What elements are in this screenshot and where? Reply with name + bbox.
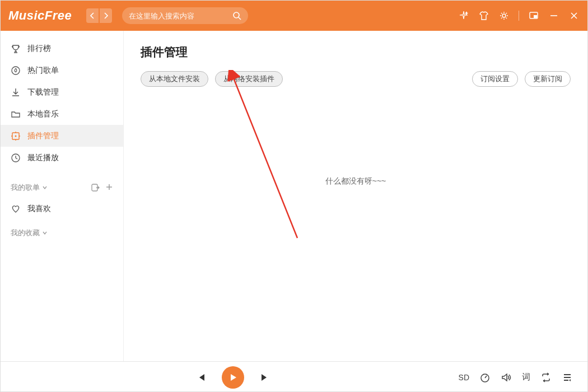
- gear-icon[interactable]: [498, 10, 510, 21]
- svg-line-1: [239, 17, 241, 20]
- folder-icon: [11, 109, 21, 119]
- sidebar-item-label: 本地音乐: [27, 109, 59, 119]
- sparkle-icon[interactable]: [458, 10, 469, 21]
- sidebar-section-mylist[interactable]: 我的歌单: [1, 178, 123, 198]
- nav-back-button[interactable]: [86, 8, 99, 23]
- play-button[interactable]: [222, 366, 244, 389]
- section-label: 我的收藏: [11, 228, 40, 238]
- trophy-icon: [11, 44, 21, 54]
- loop-icon[interactable]: [540, 372, 552, 383]
- sidebar: 排行榜 热门歌单 下载管理 本地音乐 插件管理 最近播放 我的歌单: [1, 31, 124, 361]
- sidebar-item-recent[interactable]: 最近播放: [1, 147, 123, 169]
- install-network-button[interactable]: 从网络安装插件: [215, 71, 283, 87]
- volume-icon[interactable]: [501, 372, 512, 383]
- player-bar: SD 词: [1, 361, 587, 392]
- sidebar-item-like[interactable]: 我喜欢: [1, 198, 123, 220]
- svg-point-8: [12, 67, 20, 74]
- chevron-left-icon: [90, 12, 95, 19]
- sidebar-item-label: 最近播放: [27, 153, 59, 163]
- tshirt-icon[interactable]: [478, 10, 489, 21]
- sidebar-item-plugins[interactable]: 插件管理: [1, 125, 123, 147]
- minimize-icon[interactable]: [548, 10, 559, 21]
- app-logo: MusicFree: [8, 8, 72, 23]
- playlist-icon[interactable]: [562, 372, 573, 383]
- action-row: 从本地文件安装 从网络安装插件 订阅设置 更新订阅: [141, 71, 571, 87]
- prev-track-button[interactable]: [195, 371, 207, 384]
- clock-icon: [11, 153, 21, 163]
- sidebar-item-hot[interactable]: 热门歌单: [1, 59, 123, 81]
- chevron-down-icon: [42, 185, 48, 190]
- empty-state-text: 什么都没有呀~~~: [141, 176, 571, 186]
- page-title: 插件管理: [141, 44, 571, 60]
- main-content: 插件管理 从本地文件安装 从网络安装插件 订阅设置 更新订阅 什么都没有呀~~~: [124, 31, 587, 361]
- svg-point-10: [15, 135, 17, 137]
- fire-icon: [11, 66, 21, 76]
- plus-icon[interactable]: [105, 183, 113, 192]
- chevron-right-icon: [103, 12, 109, 19]
- search-input[interactable]: [129, 12, 232, 20]
- download-icon: [11, 87, 21, 97]
- install-local-button[interactable]: 从本地文件安装: [141, 71, 208, 87]
- next-track-button[interactable]: [259, 371, 271, 384]
- search-icon[interactable]: [232, 11, 241, 20]
- title-bar: MusicFree: [1, 1, 587, 31]
- svg-point-0: [234, 12, 239, 18]
- update-subscription-button[interactable]: 更新订阅: [525, 71, 571, 87]
- nav-forward-button[interactable]: [100, 8, 112, 23]
- subscription-settings-button[interactable]: 订阅设置: [472, 71, 518, 87]
- section-label: 我的歌单: [11, 183, 40, 193]
- chevron-down-icon: [42, 230, 48, 236]
- mini-mode-icon[interactable]: [528, 10, 539, 21]
- import-icon[interactable]: [91, 183, 100, 192]
- sidebar-item-label: 排行榜: [27, 44, 51, 54]
- heart-icon: [11, 204, 21, 214]
- sidebar-item-label: 下载管理: [27, 87, 59, 97]
- sidebar-item-download[interactable]: 下载管理: [1, 81, 123, 103]
- svg-point-2: [502, 14, 506, 17]
- sidebar-item-local[interactable]: 本地音乐: [1, 103, 123, 125]
- sidebar-item-label: 热门歌单: [27, 66, 59, 76]
- search-box[interactable]: [122, 7, 248, 24]
- lyric-button[interactable]: 词: [522, 372, 530, 382]
- svg-line-13: [233, 77, 297, 238]
- speed-icon[interactable]: [479, 372, 491, 383]
- svg-rect-4: [534, 15, 537, 18]
- sidebar-item-label: 我喜欢: [27, 204, 51, 214]
- separator: [519, 11, 519, 21]
- annotation-arrow: [219, 70, 320, 244]
- nav-buttons: [86, 8, 112, 23]
- sidebar-item-ranking[interactable]: 排行榜: [1, 38, 123, 59]
- sidebar-section-fav[interactable]: 我的收藏: [1, 223, 123, 243]
- close-icon[interactable]: [568, 10, 580, 21]
- sidebar-item-label: 插件管理: [27, 131, 59, 141]
- quality-button[interactable]: SD: [459, 373, 469, 382]
- window-controls: [458, 10, 580, 21]
- plugin-icon: [11, 131, 21, 141]
